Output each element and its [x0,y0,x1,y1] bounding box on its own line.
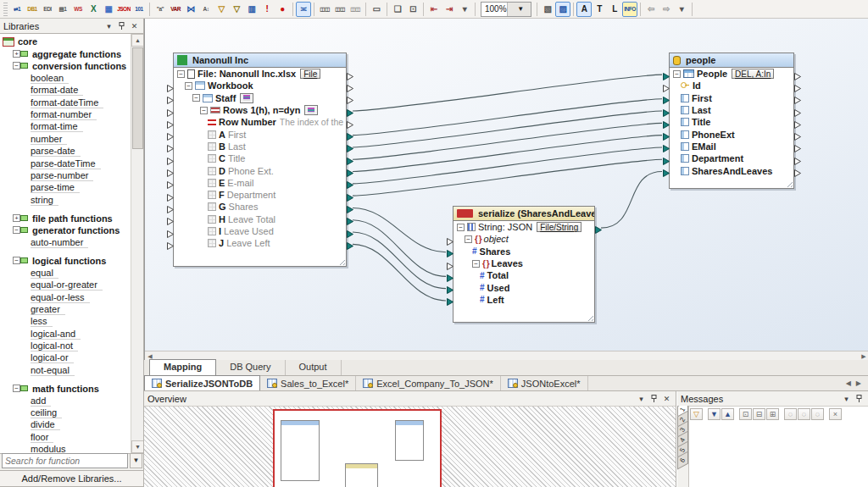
library-function-item[interactable]: not-equal [0,364,127,376]
output-port-connected[interactable] [347,205,353,213]
input-port-connected[interactable] [663,72,670,80]
copy-message-icon[interactable]: ⊡ [739,408,752,420]
connection-wire[interactable] [353,136,662,172]
library-function-item[interactable]: less [0,316,127,328]
input-port-connected[interactable] [447,249,453,257]
overview-viewport[interactable] [273,409,442,487]
component-row[interactable]: −{ }Leaves [453,257,594,269]
prev-bookmark-icon[interactable]: ⇤ [426,2,442,17]
collapse-minus-icon[interactable]: − [13,226,30,235]
input-port[interactable] [167,132,174,140]
component-row[interactable]: #Total [453,269,594,281]
collapse-minus-icon[interactable]: − [457,224,465,231]
library-function-item[interactable]: equal-or-less [0,291,127,303]
view-tab-mapping[interactable]: Mapping [149,359,216,375]
component-row[interactable]: Last [670,104,793,116]
file-string-button[interactable]: File/String [537,222,581,232]
library-function-item[interactable]: format-number [0,108,127,120]
input-port[interactable] [167,120,174,128]
insert-text-file-icon[interactable]: ▤1 [55,2,70,17]
output-port-connected[interactable] [595,225,602,233]
component-row[interactable]: Department [670,152,793,164]
component-row[interactable]: JLeave Left [174,237,346,249]
tab-scroll-right-icon[interactable]: ▶ [856,379,861,387]
input-port[interactable] [167,217,174,224]
component-row[interactable]: PhoneExt [670,128,793,140]
insert-edi-icon[interactable]: EDI [40,2,55,17]
library-group-item[interactable]: +aggregate functions [0,47,127,59]
zoom-tool-icon[interactable]: ▧ [540,2,555,17]
component-settings-button[interactable] [304,105,318,115]
output-port[interactable] [347,96,353,103]
component-row[interactable]: Title [670,116,793,128]
library-group-item[interactable]: −generator functions [0,224,127,236]
del-a-in-button[interactable]: DEL, A:In [732,69,774,79]
library-function-item[interactable]: boolean [0,72,127,84]
input-port[interactable] [447,237,453,245]
panel-menu-icon[interactable]: ▾ [103,20,114,31]
show-output-window-icon[interactable]: ▭ [369,2,384,17]
insert-value-map-icon[interactable]: ▥ [244,2,259,17]
scroll-up-icon[interactable]: ▲ [131,34,144,47]
search-dropdown-icon[interactable]: ▼ [130,453,142,468]
pin-icon[interactable] [854,393,865,404]
connection-wire[interactable] [353,123,662,159]
library-function-item[interactable]: string [0,194,127,206]
library-group-item[interactable]: core [0,36,127,47]
output-port[interactable] [794,120,801,128]
connection-wire[interactable] [601,172,662,229]
insert-binary-file-icon[interactable]: 101 [131,2,147,17]
zoom-combobox[interactable]: 100%▼ [481,2,531,17]
collapse-minus-icon[interactable]: − [185,82,192,90]
output-port[interactable] [347,120,353,128]
libraries-scrollbar[interactable]: ▲ ▼ [131,34,143,453]
input-port[interactable] [167,84,174,91]
library-function-item[interactable]: logical-or [0,352,127,364]
view-tab-db-query[interactable]: DB Query [216,360,285,375]
clear-icon[interactable]: × [829,408,842,420]
connection-wire[interactable] [353,75,662,111]
library-group-item[interactable]: −conversion functions [0,60,127,72]
library-group-item[interactable]: −math functions [0,383,127,395]
component-row[interactable]: Id [670,80,793,91]
component-title-people[interactable]: people [670,53,793,68]
component-settings-button[interactable] [240,93,253,103]
connection-wire[interactable] [353,208,446,252]
scrollbar-thumb[interactable] [132,47,143,149]
insert-filter-icon[interactable]: ▽ [214,2,229,17]
component-row[interactable]: Row NumberThe index of the r [174,116,346,128]
overflow-icon[interactable]: ▾ [457,2,472,17]
input-port-connected[interactable] [663,96,670,103]
resize-handle[interactable] [586,313,593,321]
insert-exception-icon[interactable]: ! [259,2,275,17]
expand-plus-icon[interactable]: + [13,214,30,223]
zoom-fit-icon[interactable]: ▨ [555,2,570,17]
connect-matching-target-icon[interactable]: ◫◫ [332,2,348,17]
component-row[interactable]: #Left [453,294,594,306]
component-row[interactable]: BLast [174,141,346,152]
output-port-connected[interactable] [347,241,353,249]
component-row[interactable]: #Shares [453,246,594,257]
component-row[interactable]: −Rows 1(h), n=dyn [174,104,346,116]
connection-wire[interactable] [353,244,446,301]
library-function-item[interactable]: divide [0,419,127,431]
input-port-connected[interactable] [663,144,670,152]
connection-wire[interactable] [353,232,446,289]
file-tab-excel-company-to-json-[interactable]: Excel_Company_To_JSON* [356,376,501,390]
collapse-minus-icon[interactable]: − [13,257,30,265]
pin-icon[interactable] [116,20,127,31]
library-group-item[interactable]: +file path functions [0,212,127,224]
insert-sql-where-icon[interactable]: ▽ [229,2,244,17]
insert-json-file-icon[interactable]: JSON [116,2,131,17]
library-function-item[interactable]: number [0,133,127,145]
show-tips-toggle[interactable]: INFO [622,2,637,17]
close-icon[interactable]: ✕ [661,393,672,404]
collapse-minus-icon[interactable]: − [465,235,472,243]
component-row[interactable]: −{ }object [453,233,594,245]
component-serialize[interactable]: serialize (SharesAndLeaves)−String: JSON… [453,206,595,323]
auto-connect-children-icon[interactable]: ≍ [296,2,311,17]
collapse-minus-icon[interactable]: − [200,107,208,114]
library-function-item[interactable]: format-date [0,85,127,97]
find-prev-icon[interactable]: ◌ [811,408,824,420]
add-remove-libraries-button[interactable]: Add/Remove Libraries... [0,470,144,487]
